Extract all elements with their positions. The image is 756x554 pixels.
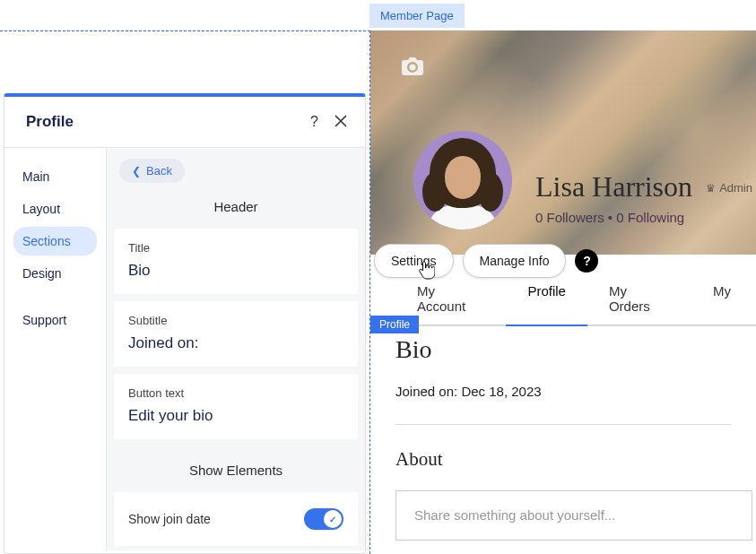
settings-button[interactable]: Settings xyxy=(374,244,454,278)
sidebar-item-support[interactable]: Support xyxy=(13,306,97,334)
profile-tabs: My Account Profile My Orders My xyxy=(370,274,756,326)
back-label: Back xyxy=(146,164,172,177)
profile-section-tag: Profile xyxy=(370,316,419,333)
manage-info-button[interactable]: Manage Info xyxy=(463,244,567,278)
field-label: Subtitle xyxy=(128,314,343,327)
field-label: Title xyxy=(128,241,343,255)
field-title[interactable]: Title Bio xyxy=(114,229,358,294)
bio-heading: Bio xyxy=(395,335,756,364)
followers-following[interactable]: 0 Followers • 0 Following xyxy=(535,210,684,225)
check-icon: ✓ xyxy=(329,515,336,524)
settings-sidebar: Main Layout Sections Design Support xyxy=(4,148,107,550)
crown-icon: ♛ xyxy=(706,182,716,195)
divider xyxy=(395,424,731,425)
back-button[interactable]: ❮ Back xyxy=(119,159,185,183)
field-subtitle[interactable]: Subtitle Joined on: xyxy=(114,301,358,367)
toggle-label: Show join date xyxy=(128,512,211,526)
field-value: Bio xyxy=(128,262,343,280)
about-textarea[interactable]: Share something about yourself... xyxy=(395,490,752,541)
tab-my-truncated[interactable]: My xyxy=(691,274,731,325)
cover-image: Lisa Harrison ♛ Admin 0 Followers • 0 Fo… xyxy=(370,30,756,255)
close-icon[interactable] xyxy=(335,115,347,130)
toggle-show-join-date-row: Show join date ✓ xyxy=(114,492,358,546)
help-round-icon[interactable]: ? xyxy=(575,249,598,273)
about-heading: About xyxy=(395,448,756,471)
camera-icon[interactable] xyxy=(401,57,424,75)
field-value: Joined on: xyxy=(128,334,343,352)
section-heading-show-elements: Show Elements xyxy=(107,446,365,492)
help-icon[interactable]: ? xyxy=(310,114,318,130)
avatar[interactable] xyxy=(413,131,512,229)
sidebar-item-main[interactable]: Main xyxy=(13,162,97,191)
panel-title: Profile xyxy=(26,113,74,131)
profile-name: Lisa Harrison xyxy=(535,170,692,203)
sidebar-item-design[interactable]: Design xyxy=(13,259,97,288)
sidebar-item-sections[interactable]: Sections xyxy=(13,227,97,255)
admin-badge: ♛ Admin xyxy=(706,181,752,195)
chevron-left-icon: ❮ xyxy=(132,165,141,177)
toggle-show-join-date[interactable]: ✓ xyxy=(304,508,343,530)
tab-my-orders[interactable]: My Orders xyxy=(587,274,691,325)
section-heading-header: Header xyxy=(107,183,365,229)
tab-profile[interactable]: Profile xyxy=(506,274,587,325)
field-label: Button text xyxy=(128,386,343,400)
field-value: Edit your bio xyxy=(128,407,343,425)
member-page-preview: Lisa Harrison ♛ Admin 0 Followers • 0 Fo… xyxy=(369,30,756,554)
joined-date: Joined on: Dec 18, 2023 xyxy=(395,384,756,399)
sidebar-item-layout[interactable]: Layout xyxy=(13,195,97,223)
member-page-tag: Member Page xyxy=(369,4,465,28)
field-button-text[interactable]: Button text Edit your bio xyxy=(114,374,358,439)
profile-settings-panel: Profile ? Main Layout Sections Design Su… xyxy=(4,93,366,554)
